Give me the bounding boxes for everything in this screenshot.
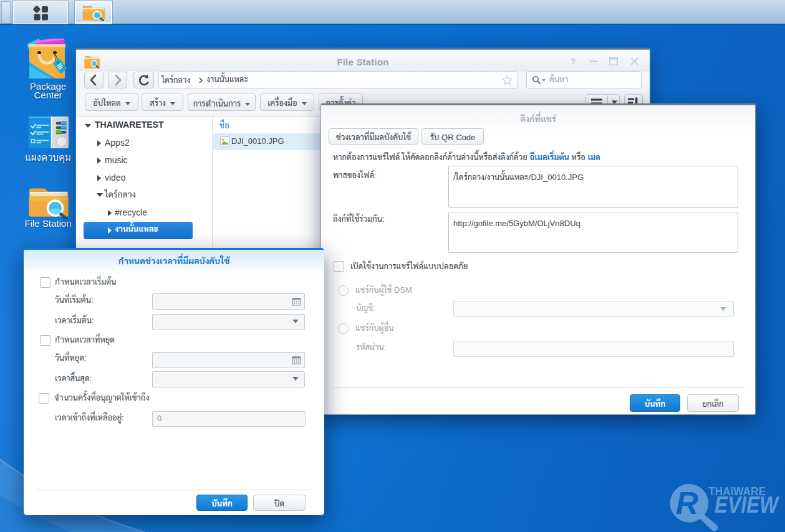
svg-text:EVIEW: EVIEW [715, 492, 780, 518]
svg-text:?: ? [571, 57, 576, 65]
svg-text:R: R [676, 486, 698, 521]
